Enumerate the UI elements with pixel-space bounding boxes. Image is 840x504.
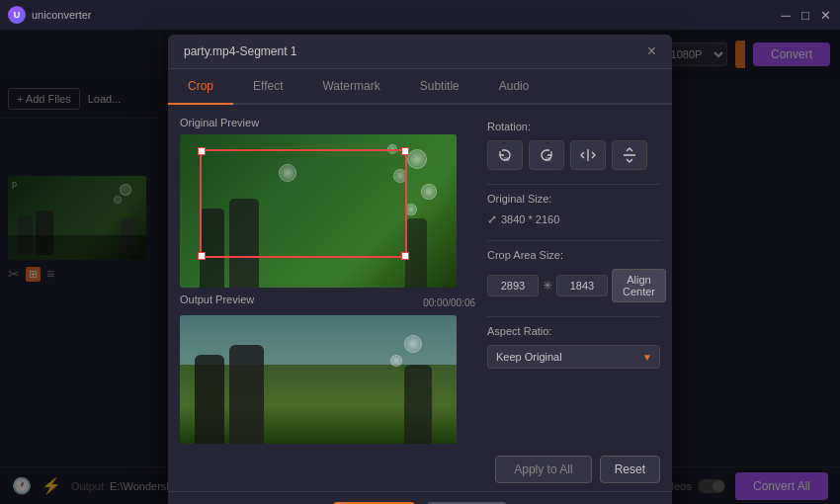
original-preview-label: Original Preview (180, 117, 475, 128)
app-body: to: MP4 HD 1080P Convert + Add Files Loa… (0, 30, 840, 504)
close-button[interactable]: ✕ (818, 8, 832, 22)
crop-handle-bl[interactable] (198, 252, 206, 260)
rotation-section: Rotation: 90 (487, 121, 660, 170)
tab-watermark[interactable]: Watermark (302, 69, 399, 103)
window-controls[interactable]: ─ □ ✕ (779, 8, 832, 22)
aspect-ratio-select[interactable]: Keep Original 16:9 4:3 1:1 9:16 (487, 345, 660, 369)
crop-modal: party.mp4-Segment 1 × Crop Effect Waterm… (168, 35, 672, 504)
crop-handle-br[interactable] (401, 252, 409, 260)
original-size-section: Original Size: ⤢ 3840 * 2160 (487, 193, 660, 226)
modal-overlay: party.mp4-Segment 1 × Crop Effect Waterm… (0, 30, 840, 504)
app-icon: U (8, 6, 26, 24)
divider-3 (487, 316, 660, 317)
crop-inputs: ✳ Align Center (487, 269, 660, 302)
tab-crop[interactable]: Crop (168, 69, 233, 103)
maximize-button[interactable]: □ (798, 8, 812, 22)
time-label: 00:00/00:06 (423, 297, 475, 308)
crop-area-label: Crop Area Size: (487, 249, 660, 261)
tab-audio[interactable]: Audio (479, 69, 549, 103)
divider-2 (487, 240, 660, 241)
flip-h-button[interactable] (570, 140, 606, 170)
modal-body: Original Preview (168, 105, 672, 456)
aspect-ratio-label: Aspect Ratio: (487, 325, 660, 337)
crop-area-section: Crop Area Size: ✳ Align Center (487, 249, 660, 302)
bubble-4 (421, 184, 437, 200)
rotation-buttons: 90 90 (487, 140, 660, 170)
modal-title: party.mp4-Segment 1 (184, 44, 297, 58)
tab-subtitle[interactable]: Subtitle (400, 69, 479, 103)
original-preview (180, 134, 457, 288)
crop-handle-tr[interactable] (401, 147, 409, 155)
resize-icon: ⤢ (487, 212, 497, 226)
divider-1 (487, 184, 660, 185)
output-preview-label: Output Preview (180, 294, 254, 305)
svg-text:90: 90 (546, 156, 551, 162)
title-bar-left: U uniconverter (8, 6, 92, 24)
apply-reset-row: Apply to All Reset (168, 456, 672, 492)
crop-width-input[interactable] (487, 275, 539, 296)
rotate-ccw-button[interactable]: 90 (487, 140, 523, 170)
crop-height-input[interactable] (556, 275, 608, 296)
rotate-cw-button[interactable]: 90 (529, 140, 564, 170)
svg-text:90: 90 (504, 156, 510, 162)
preview-pane: Original Preview (180, 117, 475, 444)
aspect-ratio-section: Aspect Ratio: Keep Original 16:9 4:3 1:1… (487, 325, 660, 369)
ok-cancel-row: OK Cancel (168, 492, 672, 504)
output-preview (180, 315, 457, 444)
crop-handle-tl[interactable] (198, 147, 206, 155)
app-title: uniconverter (32, 9, 92, 21)
bubble-1 (407, 149, 427, 169)
original-size-value: ⤢ 3840 * 2160 (487, 212, 660, 226)
output-label-row: Output Preview 00:00/00:06 (180, 294, 475, 311)
flip-v-button[interactable] (612, 140, 647, 170)
align-center-button[interactable]: Align Center (612, 269, 666, 302)
out-bubble-1 (404, 335, 422, 353)
modal-close-button[interactable]: × (647, 42, 656, 60)
rotation-label: Rotation: (487, 121, 660, 132)
title-bar: U uniconverter ─ □ ✕ (0, 0, 840, 30)
crop-separator: ✳ (543, 279, 552, 293)
modal-header: party.mp4-Segment 1 × (168, 35, 672, 69)
minimize-button[interactable]: ─ (779, 8, 793, 22)
reset-button[interactable]: Reset (600, 456, 660, 483)
out-bubble-2 (390, 355, 402, 367)
aspect-ratio-wrapper: Keep Original 16:9 4:3 1:1 9:16 ▼ (487, 345, 660, 369)
tab-effect[interactable]: Effect (233, 69, 302, 103)
original-size-label: Original Size: (487, 193, 660, 205)
size-text: 3840 * 2160 (501, 213, 559, 225)
apply-all-button[interactable]: Apply to All (495, 456, 591, 483)
modal-tabs: Crop Effect Watermark Subtitle Audio (168, 69, 672, 105)
controls-panel: Rotation: 90 (487, 117, 660, 444)
crop-rectangle[interactable] (200, 149, 407, 258)
